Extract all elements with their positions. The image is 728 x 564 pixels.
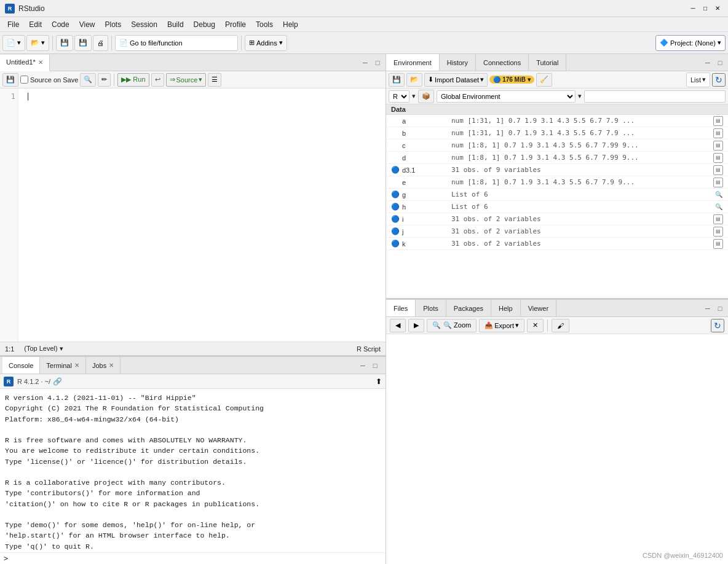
open-file-button[interactable]: 📂 ▾ [26, 35, 49, 51]
files-maximize-button[interactable]: □ [714, 303, 726, 314]
env-search-g[interactable]: 🔍 [714, 190, 723, 199]
editor-tab-close[interactable]: ✕ [38, 59, 43, 66]
env-scroll-k[interactable]: ▤ [713, 239, 723, 249]
terminal-close-icon[interactable]: ✕ [74, 362, 79, 369]
env-row-c[interactable]: c num [1:8, 1] 0.7 1.9 3.1 4.3 5.5 6.7 7… [386, 139, 728, 152]
env-scroll-c[interactable]: ▤ [713, 141, 723, 151]
viewer-tab[interactable]: Viewer [521, 300, 556, 316]
env-search-h[interactable]: 🔍 [714, 203, 723, 211]
tutorial-tab[interactable]: Tutorial [529, 54, 566, 71]
r-selector[interactable]: R [389, 90, 410, 103]
env-row-j[interactable]: 🔵 j 31 obs. of 2 variables ▤ [386, 225, 728, 238]
new-file-button[interactable]: 📄 ▾ [2, 35, 25, 51]
run-button[interactable]: ▶ ▶ Run [117, 73, 149, 87]
zoom-button[interactable]: 🔍 🔍 Zoom [427, 319, 477, 332]
import-icon: ⬇ [428, 76, 433, 84]
plots-tab[interactable]: Plots [416, 300, 446, 316]
env-maximize-button[interactable]: □ [714, 57, 726, 68]
env-save-button[interactable]: 💾 [389, 73, 405, 87]
menu-build[interactable]: Build [162, 19, 189, 30]
env-minimize-button[interactable]: ─ [702, 57, 713, 68]
close-button[interactable]: ✕ [712, 3, 723, 14]
env-search-input[interactable] [584, 90, 726, 103]
export-button[interactable]: 📤 Export ▾ [479, 319, 524, 332]
env-scroll-b[interactable]: ▤ [713, 128, 723, 138]
files-refresh-button[interactable]: ↻ [711, 319, 724, 332]
go-to-file-button[interactable]: 📄 Go to file/function [115, 35, 238, 51]
console-input[interactable] [10, 554, 382, 563]
files-brush-button[interactable]: 🖌 [552, 319, 569, 332]
jobs-tab[interactable]: Jobs ✕ [86, 357, 121, 374]
save-button[interactable]: 💾 [56, 35, 73, 51]
env-row-e[interactable]: e num [1:8, 1] 0.7 1.9 3.1 4.3 5.5 6.7 7… [386, 176, 728, 189]
env-row-h[interactable]: 🔵 h List of 6 🔍 [386, 201, 728, 213]
files-minimize-button[interactable]: ─ [702, 303, 713, 314]
help-tab[interactable]: Help [491, 300, 521, 316]
menu-help[interactable]: Help [278, 19, 303, 30]
save-all-button[interactable]: 💾 [74, 35, 92, 51]
editor-wand-button[interactable]: ✏ [98, 73, 111, 87]
environment-tab[interactable]: Environment [386, 54, 440, 71]
editor-minimize-button[interactable]: ─ [360, 57, 371, 68]
zoom-icon: 🔍 [432, 321, 441, 329]
env-package-button[interactable]: 📦 [418, 90, 434, 103]
console-tab[interactable]: Console [2, 357, 40, 374]
files-tab[interactable]: Files [386, 300, 416, 316]
history-tab[interactable]: History [440, 54, 476, 71]
editor-search-button[interactable]: 🔍 [80, 73, 96, 87]
editor-options-button[interactable]: ☰ [208, 73, 221, 87]
env-row-i[interactable]: 🔵 i 31 obs. of 2 variables ▤ [386, 213, 728, 225]
menu-view[interactable]: View [74, 19, 100, 30]
menu-plots[interactable]: Plots [100, 19, 127, 30]
addins-button[interactable]: ⊞ Addins ▾ [245, 35, 287, 51]
editor-maximize-button[interactable]: □ [372, 57, 383, 68]
env-row-d3[interactable]: 🔵 d3.1 31 obs. of 9 variables ▤ [386, 164, 728, 176]
env-open-button[interactable]: 📂 [406, 73, 422, 87]
env-scroll-d[interactable]: ▤ [713, 153, 723, 163]
menu-file[interactable]: File [2, 19, 24, 30]
env-scroll-a[interactable]: ▤ [713, 116, 723, 126]
menu-debug[interactable]: Debug [189, 19, 220, 30]
console-minimize-button[interactable]: ─ [357, 360, 368, 371]
env-refresh-button[interactable]: ↻ [712, 73, 726, 87]
env-scroll-j[interactable]: ▤ [713, 227, 723, 237]
env-row-k[interactable]: 🔵 k 31 obs. of 2 variables ▤ [386, 238, 728, 250]
global-env-selector[interactable]: Global Environment [437, 90, 576, 103]
connections-tab[interactable]: Connections [476, 54, 529, 71]
env-scroll-e[interactable]: ▤ [713, 178, 723, 187]
jobs-close-icon[interactable]: ✕ [109, 362, 114, 369]
editor-content[interactable]: | [18, 88, 386, 342]
terminal-tab[interactable]: Terminal ✕ [40, 357, 86, 374]
env-row-b[interactable]: b num [1:31, 1] 0.7 1.9 3.1 4.3 5.5 6.7 … [386, 127, 728, 139]
minimize-button[interactable]: ─ [687, 3, 698, 14]
files-forward-button[interactable]: ▶ [408, 319, 424, 332]
env-row-g[interactable]: 🔵 g List of 6 🔍 [386, 189, 728, 201]
files-back-button[interactable]: ◀ [390, 319, 406, 332]
files-close-button[interactable]: ✕ [527, 319, 544, 332]
import-dataset-button[interactable]: ⬇ Import Dataset ▾ [424, 73, 488, 87]
menu-tools[interactable]: Tools [251, 19, 278, 30]
list-view-selector[interactable]: List ▾ [686, 72, 710, 87]
editor-tab-untitled1[interactable]: Untitled1* ✕ [0, 55, 50, 71]
maximize-button[interactable]: □ [700, 3, 711, 14]
env-scroll-i[interactable]: ▤ [713, 214, 723, 224]
env-row-d[interactable]: d num [1:8, 1] 0.7 1.9 3.1 4.3 5.5 6.7 7… [386, 152, 728, 164]
source-button[interactable]: ⇒ Source ▾ [166, 73, 207, 87]
editor-save-button[interactable]: 💾 [2, 73, 18, 87]
menu-code[interactable]: Code [47, 19, 74, 30]
packages-tab[interactable]: Packages [446, 300, 491, 316]
env-scroll-d3[interactable]: ▤ [713, 165, 723, 175]
source-on-save-checkbox[interactable] [20, 76, 28, 84]
source-on-save-label[interactable]: Source on Save [20, 76, 78, 84]
print-button[interactable]: 🖨 [93, 35, 108, 51]
files-toolbar-sep [547, 319, 548, 332]
menu-session[interactable]: Session [126, 19, 162, 30]
console-maximize-button[interactable]: □ [370, 360, 381, 371]
console-scroll-top[interactable]: ⬆ [376, 377, 382, 386]
menu-profile[interactable]: Profile [220, 19, 251, 30]
project-selector[interactable]: 🔷 Project: (None) ▾ [655, 35, 726, 51]
env-row-a[interactable]: a num [1:31, 1] 0.7 1.9 3.1 4.3 5.5 6.7 … [386, 115, 728, 127]
env-broom-button[interactable]: 🧹 [536, 73, 552, 87]
rerun-button[interactable]: ↩ [151, 73, 164, 87]
menu-edit[interactable]: Edit [24, 19, 47, 30]
